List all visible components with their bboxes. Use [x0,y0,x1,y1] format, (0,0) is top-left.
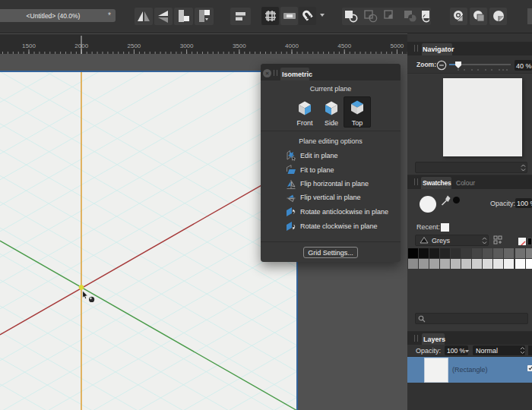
svg-text:5000: 5000 [391,43,404,49]
svg-text:3500: 3500 [233,43,246,49]
svg-text:3000: 3000 [180,43,194,49]
svg-text:1500: 1500 [22,43,36,49]
svg-text:4500: 4500 [337,43,351,49]
svg-text:4000: 4000 [285,43,299,49]
svg-text:2500: 2500 [128,43,141,49]
